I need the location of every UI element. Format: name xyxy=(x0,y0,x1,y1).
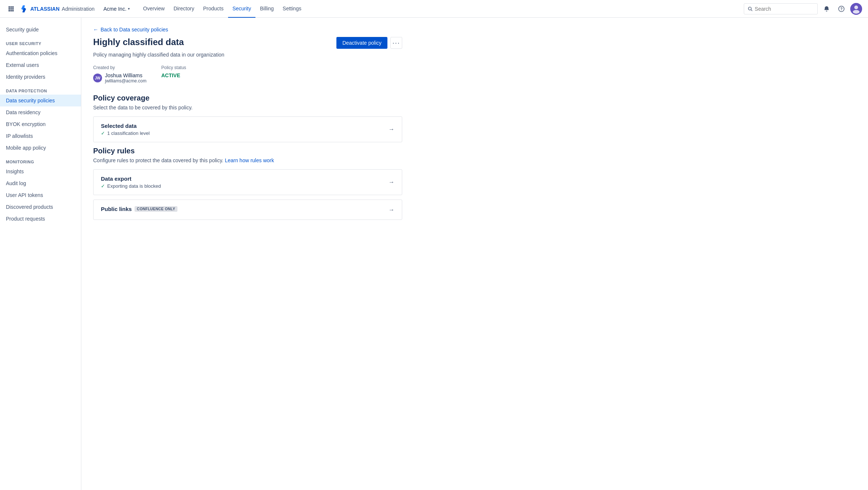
coverage-section-title: Policy coverage xyxy=(93,94,402,102)
sidebar-item-identity-providers[interactable]: Identity providers xyxy=(0,71,81,83)
deactivate-policy-button[interactable]: Deactivate policy xyxy=(336,37,387,49)
bell-icon xyxy=(823,6,830,12)
selected-data-card[interactable]: Selected data ✓ 1 classification level → xyxy=(93,116,402,142)
rules-section-title: Policy rules xyxy=(93,147,402,155)
learn-link[interactable]: Learn how rules work xyxy=(225,157,274,163)
creator-info: JW Joshua Williams jwilliams@acme.com xyxy=(93,72,146,84)
data-export-check-icon: ✓ xyxy=(101,183,105,189)
selected-data-title: Selected data xyxy=(101,123,389,129)
nav-link-settings[interactable]: Settings xyxy=(278,0,306,18)
main-layout: Security guide USER SECURITY Authenticat… xyxy=(0,0,868,490)
search-box[interactable] xyxy=(744,3,818,14)
sidebar-item-ip-allowlists[interactable]: IP allowlists xyxy=(0,130,81,142)
public-links-title-text: Public links xyxy=(101,206,132,212)
public-links-arrow-icon: → xyxy=(389,207,394,213)
help-button[interactable]: ? xyxy=(835,3,847,15)
svg-point-14 xyxy=(853,10,859,14)
back-arrow-icon: ← xyxy=(93,27,98,33)
svg-rect-3 xyxy=(9,8,10,10)
page-header: Highly classified data Deactivate policy… xyxy=(93,37,402,49)
creator-avatar: JW xyxy=(93,74,102,82)
nav-link-products[interactable]: Products xyxy=(199,0,228,18)
classification-level-text: 1 classification level xyxy=(107,130,150,136)
sidebar-section-user-security: USER SECURITY xyxy=(0,35,81,47)
svg-rect-2 xyxy=(12,6,14,8)
logo: ATLASSIAN Administration xyxy=(19,4,95,13)
creator-name: Joshua Williams xyxy=(105,72,146,78)
logo-atlassian-text: ATLASSIAN xyxy=(30,6,60,12)
coverage-section-subtitle: Select the data to be covered by this po… xyxy=(93,105,402,110)
top-navigation: ATLASSIAN Administration Acme Inc. ▾ Ove… xyxy=(0,0,868,18)
sidebar-item-mobile-app-policy[interactable]: Mobile app policy xyxy=(0,142,81,154)
sidebar-item-authentication-policies[interactable]: Authentication policies xyxy=(0,47,81,59)
org-name: Acme Inc. xyxy=(104,6,126,12)
creator-name-email: Joshua Williams jwilliams@acme.com xyxy=(105,72,146,84)
help-icon: ? xyxy=(838,6,845,12)
page-title: Highly classified data xyxy=(93,37,184,47)
svg-rect-6 xyxy=(9,10,10,11)
sidebar-item-discovered-products[interactable]: Discovered products xyxy=(0,201,81,213)
notifications-button[interactable] xyxy=(821,3,833,15)
search-icon xyxy=(748,6,753,11)
sidebar-section-data-protection: DATA PROTECTION xyxy=(0,83,81,95)
grid-icon[interactable] xyxy=(6,4,16,14)
more-options-button[interactable]: ··· xyxy=(390,37,402,49)
sidebar-item-audit-log[interactable]: Audit log xyxy=(0,177,81,189)
sidebar-item-data-residency[interactable]: Data residency xyxy=(0,106,81,118)
sidebar-item-security-guide[interactable]: Security guide xyxy=(0,24,81,35)
data-export-card-content: Data export ✓ Exporting data is blocked xyxy=(101,176,389,189)
sidebar-item-byok-encryption[interactable]: BYOK encryption xyxy=(0,118,81,130)
data-export-arrow-icon: → xyxy=(389,179,394,186)
user-avatar[interactable] xyxy=(850,3,862,15)
sidebar-item-product-requests[interactable]: Product requests xyxy=(0,213,81,225)
check-icon: ✓ xyxy=(101,130,105,136)
nav-link-overview[interactable]: Overview xyxy=(139,0,169,18)
chevron-down-icon: ▾ xyxy=(128,7,130,11)
svg-rect-7 xyxy=(10,10,12,11)
card-arrow-icon: → xyxy=(389,126,394,133)
status-value: ACTIVE xyxy=(161,72,186,78)
status-label: Policy status xyxy=(161,65,186,70)
sidebar-item-data-security-policies[interactable]: Data security policies xyxy=(0,95,81,106)
header-actions: Deactivate policy ··· xyxy=(336,37,402,49)
sidebar-item-user-api-tokens[interactable]: User API tokens xyxy=(0,189,81,201)
sidebar-item-insights[interactable]: Insights xyxy=(0,166,81,177)
search-input[interactable] xyxy=(755,6,814,12)
sidebar: Security guide USER SECURITY Authenticat… xyxy=(0,18,81,490)
nav-links: Overview Directory Products Security Bil… xyxy=(139,0,306,18)
avatar-image xyxy=(850,3,862,15)
selected-data-subtitle: ✓ 1 classification level xyxy=(101,130,389,136)
breadcrumb-label: Back to Data security policies xyxy=(101,27,168,33)
top-nav-right: ? xyxy=(744,3,862,15)
selected-data-card-content: Selected data ✓ 1 classification level xyxy=(101,123,389,136)
svg-point-13 xyxy=(854,6,858,9)
org-selector[interactable]: Acme Inc. ▾ xyxy=(101,4,133,13)
rules-subtitle-text: Configure rules to protect the data cove… xyxy=(93,157,223,163)
sidebar-item-external-users[interactable]: External users xyxy=(0,59,81,71)
svg-rect-4 xyxy=(10,8,12,10)
svg-rect-0 xyxy=(9,6,10,8)
data-export-subtitle-text: Exporting data is blocked xyxy=(107,183,161,189)
creator-row: Created by JW Joshua Williams jwilliams@… xyxy=(93,65,402,84)
svg-rect-5 xyxy=(12,8,14,10)
page-subtitle: Policy managing highly classified data i… xyxy=(93,52,402,58)
creator-label: Created by xyxy=(93,65,146,70)
breadcrumb[interactable]: ← Back to Data security policies xyxy=(93,27,402,33)
public-links-card[interactable]: Public links CONFLUENCE ONLY → xyxy=(93,200,402,220)
nav-link-billing[interactable]: Billing xyxy=(255,0,278,18)
data-export-subtitle: ✓ Exporting data is blocked xyxy=(101,183,389,189)
nav-link-directory[interactable]: Directory xyxy=(169,0,199,18)
svg-rect-8 xyxy=(12,10,14,11)
more-dots-icon: ··· xyxy=(392,39,400,47)
public-links-card-content: Public links CONFLUENCE ONLY xyxy=(101,206,389,214)
confluence-only-badge: CONFLUENCE ONLY xyxy=(135,206,177,212)
svg-rect-1 xyxy=(10,6,12,8)
data-export-card[interactable]: Data export ✓ Exporting data is blocked … xyxy=(93,169,402,195)
rules-section-subtitle: Configure rules to protect the data cove… xyxy=(93,157,402,163)
main-content: ← Back to Data security policies Highly … xyxy=(81,18,414,490)
nav-link-security[interactable]: Security xyxy=(228,0,256,18)
data-export-title: Data export xyxy=(101,176,389,182)
status-block: Policy status ACTIVE xyxy=(161,65,186,84)
sidebar-section-monitoring: MONITORING xyxy=(0,154,81,166)
logo-admin-text: Administration xyxy=(62,6,95,12)
